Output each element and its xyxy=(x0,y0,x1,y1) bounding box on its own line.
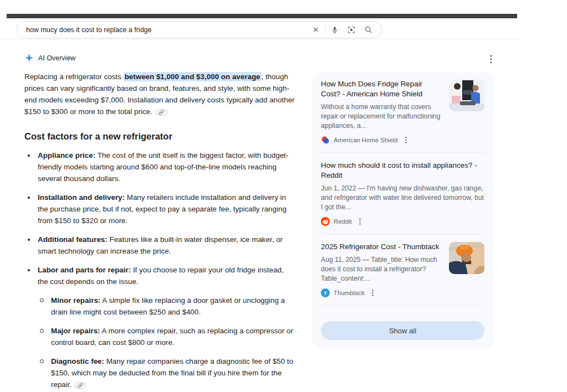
source-attribution: Reddit xyxy=(321,217,484,226)
source-attribution: T Thumbtack xyxy=(321,288,442,297)
source-menu-icon[interactable] xyxy=(372,290,374,296)
header-divider xyxy=(0,39,518,39)
intro-paragraph: Replacing a refrigerator costs between $… xyxy=(24,71,295,117)
card-divider xyxy=(321,305,484,306)
bullet-label: Installation and delivery: xyxy=(38,193,125,202)
card-divider xyxy=(321,234,484,234)
citation-link-icon[interactable] xyxy=(155,109,168,116)
search-icon[interactable] xyxy=(360,24,376,36)
source-thumbnail[interactable] xyxy=(449,79,484,111)
svg-text:T: T xyxy=(324,291,327,296)
ai-overview-label: AI Overview xyxy=(38,54,75,62)
american-home-shield-favicon xyxy=(321,136,330,145)
sources-panel: How Much Does Fridge Repair Cost? - Amer… xyxy=(312,72,493,349)
source-snippet: Aug 11, 2025 — Table_title: How much doe… xyxy=(321,255,442,283)
repair-sub-list: Minor repairs: A simple fix like replaci… xyxy=(38,295,295,390)
list-item: Additional features: Features like a bui… xyxy=(24,234,295,257)
source-thumbnail[interactable] xyxy=(449,242,484,274)
ai-overview-header: AI Overview xyxy=(24,53,295,63)
list-item: Diagnostic fee: Many repair companies ch… xyxy=(38,355,295,390)
bullet-label: Diagnostic fee: xyxy=(51,357,104,365)
bullet-label: Additional features: xyxy=(38,235,108,244)
search-input[interactable] xyxy=(26,26,307,34)
list-item: Labor and parts for repair: If you choos… xyxy=(24,264,295,287)
source-title[interactable]: How much should it cost to install appli… xyxy=(321,161,484,180)
bullet-label: Appliance price: xyxy=(38,151,95,159)
thumbtack-favicon: T xyxy=(321,288,330,297)
source-card[interactable]: How much should it cost to install appli… xyxy=(321,161,484,226)
microphone-icon[interactable] xyxy=(326,24,343,36)
show-all-button[interactable]: Show all xyxy=(321,321,484,340)
source-card[interactable]: How Much Does Fridge Repair Cost? - Amer… xyxy=(321,79,484,145)
ai-overview-section: AI Overview Replacing a refrigerator cos… xyxy=(24,53,295,392)
intro-highlight[interactable]: between $1,000 and $3,000 on average xyxy=(124,72,262,81)
reddit-favicon xyxy=(321,217,330,226)
ai-sparkle-icon xyxy=(24,53,34,63)
overview-menu-icon[interactable] xyxy=(487,54,496,64)
intro-pre: Replacing a refrigerator costs xyxy=(24,73,124,81)
search-divider xyxy=(325,25,325,35)
source-title[interactable]: How Much Does Fridge Repair Cost? - Amer… xyxy=(321,79,442,99)
source-name: American Home Shield xyxy=(334,137,398,143)
source-card[interactable]: 2025 Refrigerator Cost - Thumbtack Aug 1… xyxy=(321,242,484,297)
list-item: Installation and delivery: Many retailer… xyxy=(24,192,295,226)
cost-factor-list: Appliance price: The cost of the unit it… xyxy=(24,149,295,287)
citation-link-icon[interactable] xyxy=(74,381,87,389)
clear-icon[interactable] xyxy=(307,24,324,36)
source-title[interactable]: 2025 Refrigerator Cost - Thumbtack xyxy=(321,242,442,252)
section-heading: Cost factors for a new refrigerator xyxy=(24,131,295,142)
source-snippet: Without a home warranty that covers repa… xyxy=(321,102,442,131)
source-name: Thumbtack xyxy=(334,290,365,296)
card-divider xyxy=(321,152,484,153)
list-item: Major repairs: A more complex repair, su… xyxy=(38,325,295,348)
list-item: Minor repairs: A simple fix like replaci… xyxy=(38,295,295,318)
source-name: Reddit xyxy=(334,218,352,225)
source-attribution: American Home Shield xyxy=(321,136,442,145)
google-lens-icon[interactable] xyxy=(343,24,360,36)
bullet-label: Labor and parts for repair: xyxy=(38,266,131,274)
source-menu-icon[interactable] xyxy=(405,137,407,143)
list-item: Appliance price: The cost of the unit it… xyxy=(24,149,295,184)
bullet-label: Minor repairs: xyxy=(51,296,100,305)
source-menu-icon[interactable] xyxy=(359,218,361,225)
source-snippet: Jun 1, 2022 — I'm having new dishwasher,… xyxy=(321,184,484,212)
bullet-label: Major repairs: xyxy=(51,327,100,335)
browser-chrome-bar xyxy=(7,14,517,18)
search-bar[interactable] xyxy=(17,21,382,38)
